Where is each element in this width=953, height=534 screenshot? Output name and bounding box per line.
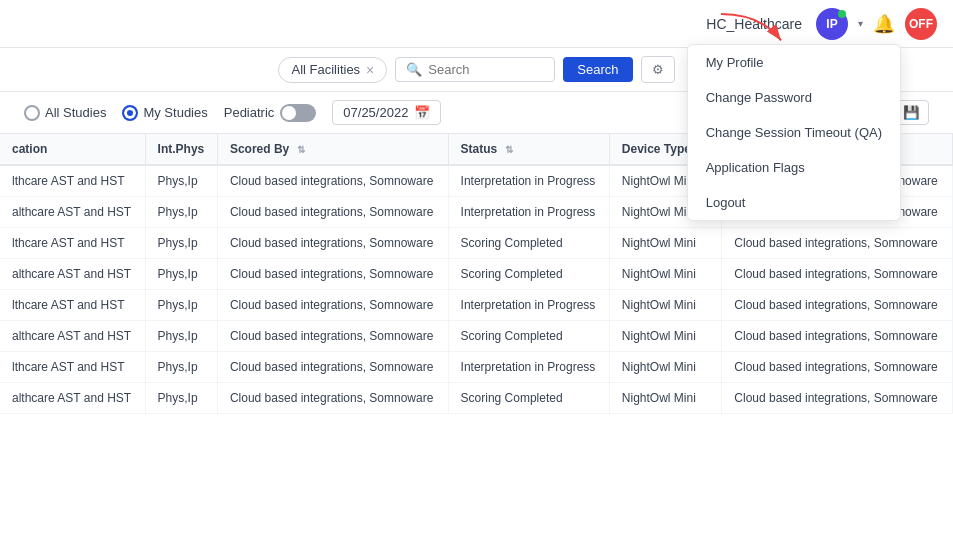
- cell-location: lthcare AST and HST: [0, 228, 145, 259]
- cell-scored-by: Cloud based integrations, Somnoware: [217, 259, 448, 290]
- table-row[interactable]: althcare AST and HST Phys,Ip Cloud based…: [0, 259, 953, 290]
- cell-tech-name: Cloud based integrations, Somnoware: [722, 383, 953, 414]
- cell-int-phys: Phys,Ip: [145, 228, 217, 259]
- dropdown-chevron[interactable]: ▾: [858, 18, 863, 29]
- facility-close-icon[interactable]: ×: [366, 62, 374, 78]
- cell-device-type: NightOwl Mini: [609, 259, 721, 290]
- cell-status: Interpretation in Progress: [448, 165, 609, 197]
- cell-device-type: NightOwl Mini: [609, 228, 721, 259]
- all-studies-radio[interactable]: [24, 105, 40, 121]
- menu-item-change-password[interactable]: Change Password: [688, 80, 900, 115]
- ip-avatar-wrapper[interactable]: IP: [816, 8, 848, 40]
- cell-status: Scoring Completed: [448, 321, 609, 352]
- cell-device-type: NightOwl Mini: [609, 290, 721, 321]
- cell-tech-name: Cloud based integrations, Somnoware: [722, 259, 953, 290]
- study-filter-group: All Studies My Studies: [24, 105, 208, 121]
- cell-location: althcare AST and HST: [0, 197, 145, 228]
- col-status[interactable]: Status ⇅: [448, 134, 609, 165]
- cell-device-type: NightOwl Mini: [609, 352, 721, 383]
- cell-location: althcare AST and HST: [0, 321, 145, 352]
- cell-scored-by: Cloud based integrations, Somnoware: [217, 321, 448, 352]
- cell-location: lthcare AST and HST: [0, 352, 145, 383]
- facility-pill[interactable]: All Facilities ×: [278, 57, 387, 83]
- cell-int-phys: Phys,Ip: [145, 165, 217, 197]
- cell-scored-by: Cloud based integrations, Somnoware: [217, 165, 448, 197]
- facility-label: All Facilities: [291, 62, 360, 77]
- cell-int-phys: Phys,Ip: [145, 197, 217, 228]
- brand-label: HC_Healthcare: [706, 16, 802, 32]
- col-int-phys: Int.Phys: [145, 134, 217, 165]
- search-input[interactable]: [428, 62, 508, 77]
- save-icon: 💾: [903, 105, 920, 120]
- cell-scored-by: Cloud based integrations, Somnoware: [217, 383, 448, 414]
- cell-location: althcare AST and HST: [0, 259, 145, 290]
- cell-scored-by: Cloud based integrations, Somnoware: [217, 197, 448, 228]
- off-avatar[interactable]: OFF: [905, 8, 937, 40]
- table-row[interactable]: lthcare AST and HST Phys,Ip Cloud based …: [0, 228, 953, 259]
- scored-by-sort-icon: ⇅: [297, 144, 305, 155]
- pediatric-toggle-wrapper: Pediatric: [224, 104, 317, 122]
- menu-item-change-session[interactable]: Change Session Timeout (QA): [688, 115, 900, 150]
- menu-item-logout[interactable]: Logout: [688, 185, 900, 220]
- date-value: 07/25/2022: [343, 105, 408, 120]
- table-row[interactable]: althcare AST and HST Phys,Ip Cloud based…: [0, 321, 953, 352]
- date-picker[interactable]: 07/25/2022 📅: [332, 100, 441, 125]
- cell-status: Scoring Completed: [448, 383, 609, 414]
- user-dropdown: My Profile Change Password Change Sessio…: [687, 44, 901, 221]
- cell-device-type: NightOwl Mini: [609, 321, 721, 352]
- cell-status: Interpretation in Progress: [448, 352, 609, 383]
- cell-status: Interpretation in Progress: [448, 290, 609, 321]
- cell-location: lthcare AST and HST: [0, 165, 145, 197]
- my-studies-radio[interactable]: [122, 105, 138, 121]
- menu-item-app-flags[interactable]: Application Flags: [688, 150, 900, 185]
- my-studies-label: My Studies: [143, 105, 207, 120]
- cell-tech-name: Cloud based integrations, Somnoware: [722, 352, 953, 383]
- cell-tech-name: Cloud based integrations, Somnoware: [722, 290, 953, 321]
- pediatric-toggle[interactable]: [280, 104, 316, 122]
- online-dot: [838, 10, 846, 18]
- all-studies-label: All Studies: [45, 105, 106, 120]
- cell-int-phys: Phys,Ip: [145, 383, 217, 414]
- cell-location: lthcare AST and HST: [0, 290, 145, 321]
- app-header: HC_Healthcare IP ▾ 🔔 OFF: [0, 0, 953, 48]
- calendar-icon: 📅: [414, 105, 430, 120]
- bell-icon[interactable]: 🔔: [873, 13, 895, 35]
- table-row[interactable]: lthcare AST and HST Phys,Ip Cloud based …: [0, 352, 953, 383]
- cell-status: Scoring Completed: [448, 259, 609, 290]
- col-location: cation: [0, 134, 145, 165]
- search-icon: 🔍: [406, 62, 422, 77]
- cell-scored-by: Cloud based integrations, Somnoware: [217, 352, 448, 383]
- cell-device-type: NightOwl Mini: [609, 383, 721, 414]
- toggle-knob: [282, 106, 296, 120]
- search-box: 🔍: [395, 57, 555, 82]
- search-button[interactable]: Search: [563, 57, 632, 82]
- table-row[interactable]: lthcare AST and HST Phys,Ip Cloud based …: [0, 290, 953, 321]
- menu-item-my-profile[interactable]: My Profile: [688, 45, 900, 80]
- cell-location: althcare AST and HST: [0, 383, 145, 414]
- cell-scored-by: Cloud based integrations, Somnoware: [217, 290, 448, 321]
- cell-tech-name: Cloud based integrations, Somnoware: [722, 321, 953, 352]
- settings-icon: ⚙: [652, 62, 664, 77]
- settings-button[interactable]: ⚙: [641, 56, 675, 83]
- cell-status: Scoring Completed: [448, 228, 609, 259]
- cell-int-phys: Phys,Ip: [145, 321, 217, 352]
- status-sort-icon: ⇅: [505, 144, 513, 155]
- cell-scored-by: Cloud based integrations, Somnoware: [217, 228, 448, 259]
- cell-status: Interpretation in Progress: [448, 197, 609, 228]
- col-scored-by[interactable]: Scored By ⇅: [217, 134, 448, 165]
- all-studies-option[interactable]: All Studies: [24, 105, 106, 121]
- cell-tech-name: Cloud based integrations, Somnoware: [722, 228, 953, 259]
- cell-int-phys: Phys,Ip: [145, 352, 217, 383]
- cell-int-phys: Phys,Ip: [145, 290, 217, 321]
- cell-int-phys: Phys,Ip: [145, 259, 217, 290]
- table-row[interactable]: althcare AST and HST Phys,Ip Cloud based…: [0, 383, 953, 414]
- my-studies-option[interactable]: My Studies: [122, 105, 207, 121]
- pediatric-label: Pediatric: [224, 105, 275, 120]
